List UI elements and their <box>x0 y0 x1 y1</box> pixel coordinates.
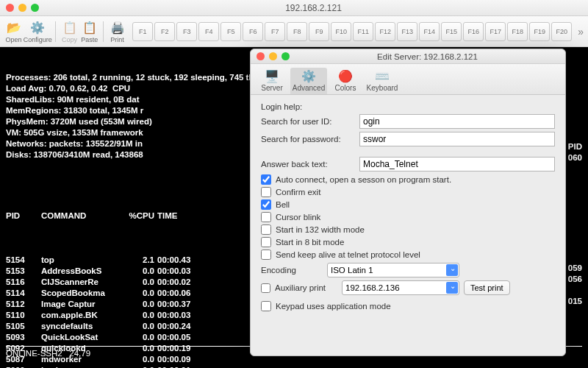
search-user-input[interactable] <box>359 114 555 129</box>
dialog-title: Edit Server: 192.168.2.121 <box>290 52 565 61</box>
auxprint-select[interactable]: 192.168.2.136 <box>342 280 459 295</box>
close-icon[interactable] <box>257 52 265 60</box>
fkey-f8[interactable]: F8 <box>287 22 307 41</box>
keyboard-icon: ⌨️ <box>364 68 401 84</box>
configure-button[interactable]: ⚙️Configure <box>24 20 51 43</box>
fkey-f17[interactable]: F17 <box>485 22 506 41</box>
dialog-tabs: 🖥️Server ⚙️Advanced 🔴Colors ⌨️Keyboard <box>251 64 565 95</box>
fkey-f18[interactable]: F18 <box>507 22 528 41</box>
colors-icon: 🔴 <box>327 68 364 84</box>
keepalive-checkbox[interactable] <box>261 250 271 260</box>
auxprint-checkbox[interactable] <box>261 283 270 293</box>
search-password-label: Search for password: <box>261 135 355 144</box>
copy-button[interactable]: 📋Copy <box>60 20 79 43</box>
print-icon: 🖨️ <box>110 20 126 36</box>
minimize-icon[interactable] <box>18 4 26 12</box>
open-button[interactable]: 📂Open <box>4 20 23 43</box>
encoding-label: Encoding <box>261 266 323 275</box>
paste-button[interactable]: 📋Paste <box>80 20 98 43</box>
fkey-f13[interactable]: F13 <box>397 22 417 41</box>
copy-icon: 📋 <box>62 20 78 36</box>
test-print-button[interactable]: Test print <box>464 280 510 295</box>
tab-colors[interactable]: 🔴Colors <box>327 68 364 94</box>
start-8bit-checkbox[interactable] <box>261 237 271 247</box>
search-user-label: Search for user ID: <box>261 117 355 126</box>
start-132-checkbox[interactable] <box>261 224 271 235</box>
fkey-f16[interactable]: F16 <box>463 22 484 41</box>
fkey-f12[interactable]: F12 <box>375 22 395 41</box>
fkey-f6[interactable]: F6 <box>243 22 263 41</box>
minimize-icon[interactable] <box>269 52 277 60</box>
fkey-f4[interactable]: F4 <box>198 22 219 41</box>
fkey-f14[interactable]: F14 <box>419 22 440 41</box>
fkey-f10[interactable]: F10 <box>331 22 351 41</box>
search-password-input[interactable] <box>359 132 555 146</box>
window-controls[interactable] <box>6 4 39 12</box>
zoom-icon[interactable] <box>31 4 39 12</box>
main-toolbar: 📂Open ⚙️Configure 📋Copy 📋Paste 🖨️Print F… <box>0 16 588 47</box>
autoconnect-checkbox[interactable] <box>261 174 271 185</box>
fkey-f11[interactable]: F11 <box>353 22 373 41</box>
fkey-f19[interactable]: F19 <box>529 22 550 41</box>
encoding-select[interactable]: ISO Latin 1 <box>327 263 459 277</box>
fkey-bar: F1F2F3F4F5F6F7F8F9F10F11F12F13F14F15F16F… <box>132 22 573 41</box>
fkey-f1[interactable]: F1 <box>132 22 153 41</box>
zoom-icon[interactable] <box>282 52 290 60</box>
print-button[interactable]: 🖨️Print <box>108 20 126 43</box>
tab-keyboard[interactable]: ⌨️Keyboard <box>364 68 401 94</box>
fkey-f3[interactable]: F3 <box>176 22 197 41</box>
edit-server-dialog: Edit Server: 192.168.2.121 🖥️Server ⚙️Ad… <box>250 49 566 356</box>
fkey-f7[interactable]: F7 <box>265 22 285 41</box>
tab-server[interactable]: 🖥️Server <box>254 68 290 94</box>
paste-icon: 📋 <box>82 20 98 36</box>
open-icon: 📂 <box>6 20 22 36</box>
close-icon[interactable] <box>6 4 14 12</box>
dialog-titlebar[interactable]: Edit Server: 192.168.2.121 <box>251 49 565 64</box>
more-icon[interactable]: » <box>578 26 584 38</box>
login-help-label: Login help: <box>261 102 555 111</box>
gear-icon: ⚙️ <box>29 20 46 36</box>
keypad-checkbox[interactable] <box>261 301 271 311</box>
gears-icon: ⚙️ <box>290 68 327 84</box>
fkey-f5[interactable]: F5 <box>220 22 241 41</box>
answer-back-label: Answer back text: <box>261 160 355 169</box>
fkey-f20[interactable]: F20 <box>551 22 572 41</box>
fkey-f2[interactable]: F2 <box>154 22 175 41</box>
cursor-blink-checkbox[interactable] <box>261 212 271 222</box>
answer-back-input[interactable] <box>359 157 555 171</box>
window-title: 192.168.2.121 <box>39 3 588 13</box>
bell-checkbox[interactable] <box>261 199 271 210</box>
process-row: 5060bash0.000:00.01 <box>6 365 582 368</box>
main-titlebar: 192.168.2.121 <box>0 0 588 16</box>
tab-advanced[interactable]: ⚙️Advanced <box>290 68 327 94</box>
fkey-f9[interactable]: F9 <box>309 22 329 41</box>
confirm-exit-checkbox[interactable] <box>261 187 271 197</box>
fkey-f15[interactable]: F15 <box>441 22 462 41</box>
monitor-icon: 🖥️ <box>254 68 290 84</box>
